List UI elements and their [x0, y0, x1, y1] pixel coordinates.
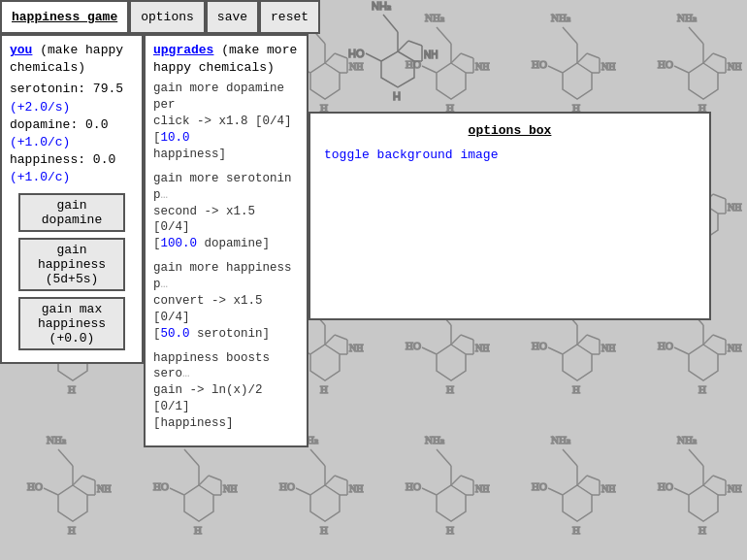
dopamine-stat: dopamine: 0.0	[10, 116, 134, 134]
you-label: you	[10, 43, 32, 57]
gain-max-happiness-button[interactable]: gain max happiness (+0.0)	[18, 297, 125, 350]
stats-panel: you (make happy chemicals) serotonin: 79…	[0, 34, 144, 364]
options-box-title: options box	[324, 123, 696, 138]
reset-button[interactable]: reset	[259, 0, 320, 34]
upgrades-title: upgrades	[153, 43, 213, 57]
upgrade-item-4[interactable]: happiness boosts sero…gain -> ln(x)/2 [0…	[153, 350, 299, 432]
upgrade-item-3[interactable]: gain more happiness p…convert -> x1.5 [0…	[153, 260, 299, 342]
upgrades-panel: upgrades (make more happy chemicals) gai…	[144, 34, 309, 447]
game-title-button[interactable]: happiness_game	[0, 0, 129, 34]
serotonin-stat: serotonin: 79.5	[10, 81, 134, 98]
happiness-stat: happiness: 0.0	[10, 151, 134, 169]
upgrade-item-2[interactable]: gain more serotonin p…second -> x1.5 [0/…	[153, 171, 299, 252]
serotonin-delta: (+2.0/s)	[10, 99, 134, 116]
happiness-delta: (+1.0/c)	[10, 169, 134, 186]
save-button[interactable]: save	[206, 0, 259, 34]
options-button[interactable]: options	[129, 0, 206, 34]
toggle-background-button[interactable]: toggle background image	[324, 148, 498, 162]
dopamine-delta: (+1.0/c)	[10, 134, 134, 151]
gain-dopamine-button[interactable]: gain dopamine	[18, 193, 125, 232]
upgrade-item-1[interactable]: gain more dopamine perclick -> x1.8 [0/4…	[153, 81, 299, 162]
gain-happiness-button[interactable]: gain happiness (5d+5s)	[18, 238, 125, 291]
top-bar: happiness_game options save reset	[0, 0, 320, 34]
options-box: options box toggle background image	[309, 112, 711, 320]
